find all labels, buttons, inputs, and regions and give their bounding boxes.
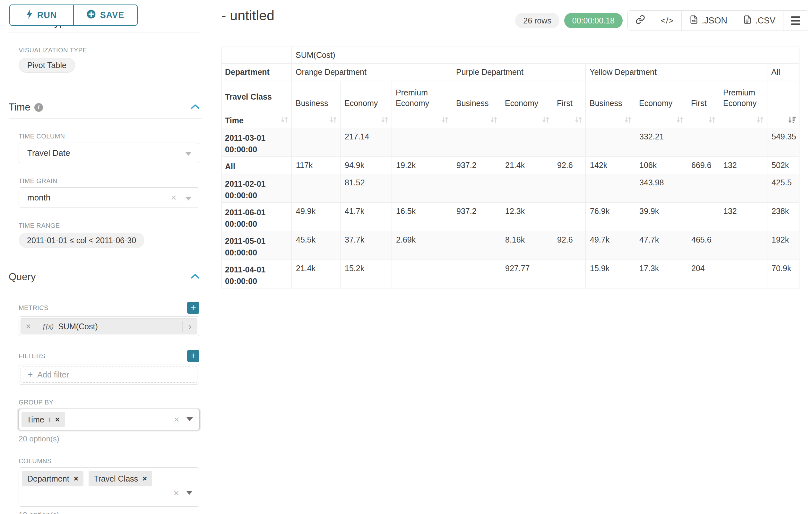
sort-icon[interactable] [756, 115, 764, 126]
pivot-cell [452, 231, 501, 260]
sorter [635, 115, 687, 126]
group-by-select[interactable]: Time i × × [18, 409, 200, 431]
chevron-up-icon[interactable] [190, 104, 200, 111]
travel-class-header[interactable]: Premium Economy [392, 81, 452, 113]
column-sort-cell[interactable] [586, 113, 635, 128]
sort-icon[interactable] [489, 115, 498, 126]
remove-chip-icon[interactable]: × [55, 415, 60, 424]
chevron-right-icon[interactable]: › [182, 321, 197, 332]
sort-icon[interactable] [542, 115, 550, 126]
export-csv-label: .CSV [755, 16, 775, 26]
pivot-cell: 117k [292, 157, 341, 174]
add-filter-plus-button[interactable]: + [187, 350, 199, 362]
pivot-cell: 217.14 [341, 128, 392, 157]
travel-class-header[interactable]: Business [586, 81, 635, 113]
pivot-corner-cell [222, 47, 292, 63]
caret-down-icon[interactable] [185, 193, 191, 203]
fx-icon: ƒ(x) [42, 323, 54, 330]
columns-chip[interactable]: Travel Class × [89, 471, 152, 486]
travel-class-header[interactable]: Premium Economy [719, 81, 767, 113]
travel-class-header[interactable]: Economy [341, 81, 392, 113]
sort-desc-icon[interactable] [788, 115, 796, 126]
sort-icon[interactable] [708, 115, 716, 126]
column-sort-cell[interactable] [452, 113, 501, 128]
pivot-cell [452, 174, 501, 203]
menu-button[interactable] [783, 10, 808, 30]
remove-chip-icon[interactable]: × [143, 474, 147, 483]
pivot-cell: 2.69k [392, 231, 452, 260]
sort-icon[interactable] [624, 115, 632, 126]
metric-header-cell: SUM(Cost) [292, 47, 800, 63]
caret-down-icon[interactable] [185, 148, 191, 158]
travel-class-header[interactable]: First [687, 81, 719, 113]
travel-class-header[interactable]: First [553, 81, 586, 113]
group-by-chip[interactable]: Time i × [22, 412, 65, 427]
column-sort-cell[interactable] [501, 113, 553, 128]
remove-metric-icon[interactable]: × [21, 322, 36, 331]
travel-class-header[interactable]: Economy [635, 81, 687, 113]
export-json-button[interactable]: .JSON [682, 10, 735, 30]
pivot-cell [501, 174, 553, 203]
time-grain-select[interactable]: month × [19, 187, 199, 208]
time-column-select[interactable]: Travel Date [19, 143, 199, 163]
column-sort-cell[interactable] [635, 113, 687, 128]
metric-chip[interactable]: × ƒ(x) SUM(Cost) › [21, 318, 197, 334]
department-group-header[interactable]: Yellow Department [586, 63, 767, 81]
sorter [392, 115, 452, 126]
chart-title[interactable]: - untitled [222, 8, 274, 23]
column-sort-cell[interactable] [687, 113, 719, 128]
section-divider [9, 288, 202, 288]
department-group-header[interactable]: All [767, 63, 800, 81]
column-sort-cell[interactable] [719, 113, 767, 128]
share-link-button[interactable] [628, 10, 653, 30]
caret-down-icon[interactable] [186, 490, 193, 496]
time-range-pill[interactable]: 2011-01-01 ≤ col < 2011-06-30 [19, 233, 144, 248]
add-metric-button[interactable]: + [187, 302, 199, 314]
save-button-label: SAVE [100, 10, 124, 20]
pivot-cell [553, 203, 586, 231]
viz-type-pill[interactable]: Pivot Table [19, 58, 75, 73]
export-button-group: </> .JSON .CSV [628, 10, 808, 31]
clear-icon[interactable]: × [173, 488, 179, 498]
department-group-header[interactable]: Orange Department [292, 63, 452, 81]
column-sort-cell[interactable] [341, 113, 392, 128]
sort-icon[interactable] [675, 115, 684, 126]
clear-icon[interactable]: × [174, 414, 179, 425]
run-button[interactable]: RUN [9, 4, 74, 26]
column-sort-cell[interactable] [392, 113, 452, 128]
clear-icon[interactable]: × [171, 192, 176, 203]
chip-label: Department [27, 474, 69, 484]
sort-icon[interactable] [441, 115, 449, 126]
department-group-header[interactable]: Purple Department [452, 63, 586, 81]
sort-icon[interactable] [380, 115, 389, 126]
sorter [452, 115, 501, 126]
travel-class-header[interactable]: Economy [501, 81, 553, 113]
sort-icon[interactable] [329, 115, 338, 126]
remove-chip-icon[interactable]: × [74, 474, 78, 483]
columns-select[interactable]: Department × Travel Class × × [19, 467, 199, 507]
chevron-up-icon[interactable] [190, 273, 200, 281]
time-sort-cell[interactable]: Time [222, 113, 292, 128]
sort-icon[interactable] [574, 115, 583, 126]
travel-class-axis-label: Travel Class [222, 81, 292, 113]
travel-class-header[interactable]: Business [292, 81, 341, 113]
pivot-cell: 937.2 [452, 157, 501, 174]
row-header-cell: 2011-02-01 00:00:00 [222, 174, 292, 203]
travel-class-header[interactable]: Business [452, 81, 501, 113]
time-column-value: Travel Date [27, 148, 70, 158]
travel-class-header[interactable] [767, 81, 800, 113]
add-filter-button[interactable]: + Add filter [21, 367, 197, 383]
sort-icon[interactable] [280, 115, 289, 126]
view-query-button[interactable]: </> [653, 10, 682, 30]
column-sort-cell[interactable] [292, 113, 341, 128]
caret-down-icon[interactable] [186, 417, 193, 423]
columns-chip[interactable]: Department × [22, 471, 83, 486]
column-sort-cell[interactable] [553, 113, 586, 128]
export-csv-button[interactable]: .CSV [735, 10, 783, 30]
column-sort-cell[interactable] [767, 113, 800, 128]
pivot-cell [452, 128, 501, 157]
pivot-cell [452, 260, 501, 289]
row-header-cell: All [222, 157, 292, 174]
pivot-cell [553, 174, 586, 203]
save-button[interactable]: SAVE [74, 4, 138, 26]
